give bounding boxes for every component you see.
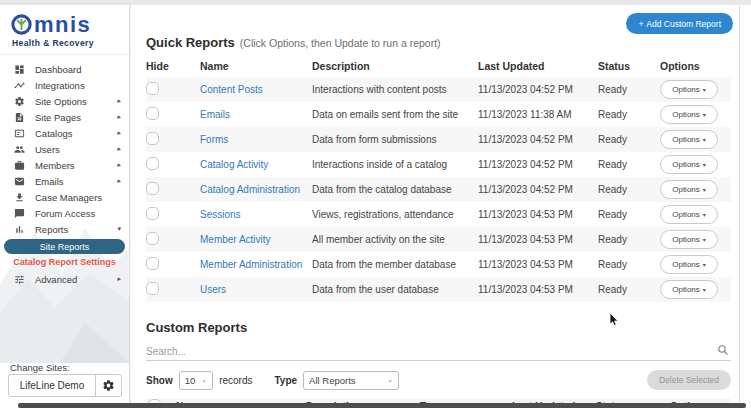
options-button[interactable]: Options▾ [660,180,718,199]
sidebar-item-advanced[interactable]: Advanced ▸ [0,271,129,287]
report-description: Data from the catalog database [312,184,478,195]
caret-down-icon: ▾ [703,236,706,243]
options-button[interactable]: Options▾ [660,80,718,99]
hide-checkbox[interactable] [146,257,159,270]
table-row: Emails Data on emails sent from the site… [146,102,731,127]
records-label: records [219,375,252,386]
report-name-link[interactable]: Catalog Activity [200,159,312,170]
report-name-link[interactable]: Content Posts [200,84,312,95]
report-last-updated: 11/13/2023 04:52 PM [478,159,598,170]
page-icon [14,111,26,123]
add-custom-report-label: Add Custom Report [646,19,721,29]
hide-checkbox[interactable] [146,282,159,295]
sidebar-nav: Dashboard Integrations Site Options ▸ Si… [0,61,129,287]
sidebar-item-label: Catalog Report Settings [13,257,116,267]
column-header-last-updated: Last Updated [478,60,598,72]
brand-logo[interactable]: mnis Health & Recovery [0,5,129,55]
hide-checkbox[interactable] [146,232,159,245]
sidebar-item-catalogs[interactable]: Catalogs ▸ [0,125,129,141]
hide-checkbox[interactable] [146,182,159,195]
options-button[interactable]: Options▾ [660,230,718,249]
search-input[interactable] [146,343,708,361]
report-status: Ready [598,109,660,120]
site-selector-value[interactable]: LifeLine Demo [9,375,95,396]
table-row: Sessions Views, registrations, attendanc… [146,202,731,227]
envelope-icon [14,175,26,187]
sidebar-item-label: Site Options [35,96,87,107]
report-name-link[interactable]: Member Activity [200,234,312,245]
gear-icon [102,379,115,392]
report-status: Ready [598,259,660,270]
table-row: Users Data from the user database 11/13/… [146,277,731,302]
omnis-logo-icon [10,13,33,36]
sliders-icon [14,273,26,285]
sidebar-item-label: Catalogs [35,128,73,139]
type-select-value: All Reports [309,375,355,386]
page-size-value: 10 [185,375,196,386]
caret-down-icon: ▾ [703,286,706,293]
report-description: Interactions inside of a catalog [312,159,478,170]
options-button[interactable]: Options▾ [660,255,718,274]
sidebar-item-site-options[interactable]: Site Options ▸ [0,93,129,109]
hide-checkbox[interactable] [146,107,159,120]
sidebar-item-users[interactable]: Users ▸ [0,141,129,157]
report-description: Data from form submissions [312,134,478,145]
report-name-link[interactable]: Forms [200,134,312,145]
sidebar-item-emails[interactable]: Emails ▸ [0,173,129,189]
report-status: Ready [598,184,660,195]
column-header-name: Name [200,60,312,72]
options-button[interactable]: Options▾ [660,280,718,299]
hide-checkbox[interactable] [146,82,159,95]
add-custom-report-button[interactable]: + Add Custom Report [626,13,733,34]
hide-checkbox[interactable] [146,157,159,170]
sidebar-item-site-pages[interactable]: Site Pages ▸ [0,109,129,125]
sidebar-item-site-reports[interactable]: Site Reports [4,239,125,254]
report-name-link[interactable]: Member Administration [200,259,312,270]
hide-checkbox[interactable] [146,132,159,145]
horizontal-scrollbar[interactable] [18,403,746,408]
sidebar-item-dashboard[interactable]: Dashboard [0,61,129,77]
custom-reports-title: Custom Reports [146,320,731,335]
options-button[interactable]: Options▾ [660,105,718,124]
options-button[interactable]: Options▾ [660,205,718,224]
type-select[interactable]: All Reports ⌄ [303,371,399,390]
options-button[interactable]: Options▾ [660,130,718,149]
report-description: Views, registrations, attendance [312,209,478,220]
report-name-link[interactable]: Users [200,284,312,295]
sidebar-item-catalog-report-settings[interactable]: Catalog Report Settings [0,255,129,269]
report-name-link[interactable]: Sessions [200,209,312,220]
chevron-right-icon: ▸ [117,97,121,105]
report-last-updated: 11/13/2023 04:53 PM [478,234,598,245]
options-button-label: Options [672,285,700,294]
options-button-label: Options [672,210,700,219]
report-last-updated: 11/13/2023 04:52 PM [478,184,598,195]
caret-down-icon: ▾ [703,261,706,268]
page-size-select[interactable]: 10 ⌄ [179,371,213,390]
caret-down-icon: ▾ [703,111,706,118]
chevron-down-icon: ▾ [117,225,121,233]
sidebar: mnis Health & Recovery Dashboard Integra… [0,5,130,408]
sidebar-item-reports[interactable]: Reports ▾ [0,221,129,237]
sidebar-item-members[interactable]: Members ▸ [0,157,129,173]
table-row: Member Administration Data from the memb… [146,252,731,277]
quick-reports-title: Quick Reports [146,35,235,50]
report-status: Ready [598,234,660,245]
sidebar-item-label: Users [35,144,60,155]
sidebar-item-label: Forum Access [35,208,95,219]
report-name-link[interactable]: Emails [200,109,312,120]
delete-selected-button[interactable]: Delete Selected [647,370,731,390]
sidebar-item-label: Advanced [35,274,77,285]
options-button[interactable]: Options▾ [660,155,718,174]
gear-icon [14,95,26,107]
site-settings-button[interactable] [95,375,121,396]
sidebar-item-integrations[interactable]: Integrations [0,77,129,93]
brand-name: mnis [34,14,91,36]
sidebar-item-forum-access[interactable]: Forum Access [0,205,129,221]
type-label: Type [274,375,297,386]
sidebar-item-case-managers[interactable]: Case Managers [0,189,129,205]
chevron-down-icon: ⌄ [201,376,207,384]
column-header-options: Options [660,60,732,72]
hide-checkbox[interactable] [146,207,159,220]
sidebar-item-label: Site Pages [35,112,81,123]
report-name-link[interactable]: Catalog Administration [200,184,312,195]
